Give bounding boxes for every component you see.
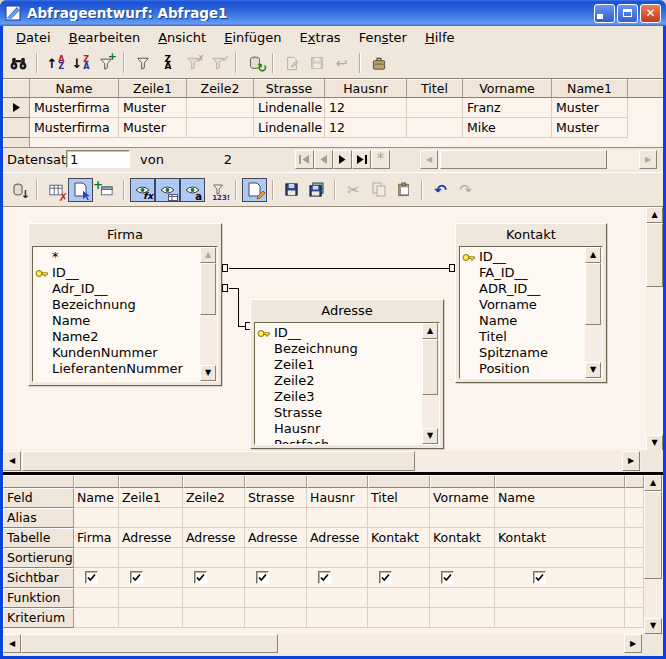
grid-cell-sortierung[interactable]	[495, 548, 625, 568]
result-cell[interactable]: Muster	[552, 118, 628, 138]
grid-column-header[interactable]	[119, 475, 183, 488]
remove-filter-icon[interactable]: ✗	[180, 51, 205, 75]
sort-order-icon[interactable]: ZA	[155, 51, 180, 75]
field-item[interactable]: Zeile1	[255, 357, 422, 373]
refresh-icon[interactable]: ↻	[242, 51, 267, 75]
result-cell[interactable]: Mike	[463, 118, 552, 138]
result-cell[interactable]: 12	[325, 118, 407, 138]
record-selector[interactable]	[4, 118, 30, 138]
grid-cell-kriterium[interactable]	[183, 608, 245, 628]
field-item[interactable]: FA_ID__	[460, 265, 585, 281]
field-item[interactable]: Titel	[460, 329, 585, 345]
cut-icon[interactable]: ✂	[341, 178, 366, 202]
scroll-left-icon[interactable]: ◀	[3, 634, 21, 653]
sichtbar-checkbox[interactable]	[256, 571, 269, 584]
scroll-thumb[interactable]	[646, 223, 663, 287]
result-column-header[interactable]: Name	[30, 80, 119, 98]
grid-cell-kriterium[interactable]	[245, 608, 307, 628]
grid-cell-kriterium[interactable]	[307, 608, 368, 628]
scroll-up-icon[interactable]: ▲	[646, 207, 663, 223]
field-item[interactable]: KundenNummer	[33, 345, 200, 361]
next-record-icon[interactable]	[333, 150, 352, 169]
grid-cell-alias[interactable]	[495, 508, 625, 528]
sichtbar-checkbox[interactable]	[533, 571, 546, 584]
scroll-thumb[interactable]	[22, 451, 415, 471]
result-cell[interactable]	[187, 118, 254, 138]
scroll-left-icon[interactable]: ◀	[3, 451, 21, 471]
grid-cell-sortierung[interactable]	[307, 548, 368, 568]
standard-filter-icon[interactable]	[130, 51, 155, 75]
result-cell[interactable]: Muster	[552, 98, 628, 118]
field-item[interactable]: Zeile3	[255, 389, 422, 405]
grid-cell-funktion[interactable]	[368, 588, 430, 608]
grid-cell-sichtbar[interactable]	[119, 568, 183, 588]
table-box-title[interactable]: Adresse	[251, 300, 443, 321]
scroll-down-icon[interactable]: ▼	[646, 435, 663, 450]
grid-cell-sichtbar[interactable]	[74, 568, 119, 588]
grid-cell-tabelle[interactable]: Adresse	[119, 528, 183, 548]
scroll-right-icon[interactable]: ▶	[624, 634, 642, 653]
result-cell[interactable]: Muster	[119, 98, 187, 118]
grid-column-header[interactable]	[74, 475, 119, 488]
field-item[interactable]: *	[33, 249, 200, 265]
menu-ansicht[interactable]: Ansicht	[149, 28, 215, 47]
record-selector[interactable]	[4, 98, 30, 118]
scroll-right-icon[interactable]: ▶	[622, 451, 640, 471]
grid-cell-funktion[interactable]	[430, 588, 495, 608]
grid-cell-sortierung[interactable]	[368, 548, 430, 568]
grid-cell-sichtbar[interactable]	[183, 568, 245, 588]
result-cell[interactable]: Musterfirma	[30, 98, 119, 118]
result-cell[interactable]	[407, 118, 463, 138]
grid-cell-funktion[interactable]	[245, 588, 307, 608]
field-item[interactable]: Bezeichnung	[33, 297, 200, 313]
grid-column-header[interactable]	[245, 475, 307, 488]
field-item[interactable]: ADR_ID__	[460, 281, 585, 297]
grid-cell-funktion[interactable]	[183, 588, 245, 608]
grid-cell-sichtbar[interactable]	[430, 568, 495, 588]
minimize-button[interactable]	[594, 4, 615, 23]
design-v-scrollbar[interactable]: ▲ ▼	[646, 207, 663, 450]
scroll-thumb[interactable]	[644, 491, 662, 579]
result-column-header[interactable]: Zeile1	[119, 80, 187, 98]
field-list-scrollbar[interactable]: ▲ ▼	[422, 323, 439, 444]
grid-cell-tabelle[interactable]: Kontakt	[495, 528, 625, 548]
clear-query-icon[interactable]: ✗	[43, 178, 68, 202]
grid-cell-sortierung[interactable]	[245, 548, 307, 568]
result-cell[interactable]: Muster	[119, 118, 187, 138]
scroll-down-icon[interactable]: ▼	[585, 362, 601, 378]
new-record-icon[interactable]: *	[371, 150, 390, 169]
menu-datei[interactable]: Datei	[7, 28, 60, 47]
field-item[interactable]: Postfach	[255, 437, 422, 445]
scroll-down-icon[interactable]: ▼	[644, 618, 662, 634]
scroll-thumb[interactable]	[440, 150, 607, 169]
sichtbar-checkbox[interactable]	[441, 571, 454, 584]
grid-cell-feld[interactable]: Name	[74, 488, 119, 508]
menu-fenster[interactable]: Fenster	[350, 28, 416, 47]
find-icon[interactable]	[6, 51, 31, 75]
table-h-scrollbar[interactable]: ◀ ▶	[420, 150, 657, 169]
scroll-thumb[interactable]	[200, 263, 216, 315]
result-column-header[interactable]: Name1	[552, 80, 628, 98]
grid-cell-kriterium[interactable]	[119, 608, 183, 628]
scroll-down-icon[interactable]: ▼	[422, 428, 438, 444]
grid-cell-tabelle[interactable]: Kontakt	[368, 528, 430, 548]
scroll-up-icon[interactable]: ▲	[422, 323, 438, 339]
result-cell[interactable]: 12	[325, 98, 407, 118]
field-item[interactable]: ID__	[33, 265, 200, 281]
previous-record-icon[interactable]	[314, 150, 333, 169]
grid-cell-feld[interactable]: Titel	[368, 488, 430, 508]
result-column-header[interactable]: Titel	[407, 80, 463, 98]
title-bar[interactable]: Abfrageentwurf: Abfrage1 ✕	[0, 0, 666, 26]
menu-bearbeiten[interactable]: Bearbeiten	[60, 28, 149, 47]
save-record-icon[interactable]	[304, 51, 329, 75]
result-cell[interactable]: Musterfirma	[30, 118, 119, 138]
sichtbar-checkbox[interactable]	[379, 571, 392, 584]
result-cell[interactable]: Franz	[463, 98, 552, 118]
edit-design-icon[interactable]	[242, 178, 267, 202]
field-list-scrollbar[interactable]: ▲ ▼	[200, 247, 217, 381]
result-column-header[interactable]: Hausnr	[325, 80, 407, 98]
autofilter-icon[interactable]: +	[93, 51, 118, 75]
table-box-adresse[interactable]: Adresse ID__BezeichnungZeile1Zeile2Zeile…	[250, 299, 444, 449]
design-view-on-off-icon[interactable]	[68, 178, 93, 202]
redo-icon[interactable]: ↷	[453, 178, 478, 202]
